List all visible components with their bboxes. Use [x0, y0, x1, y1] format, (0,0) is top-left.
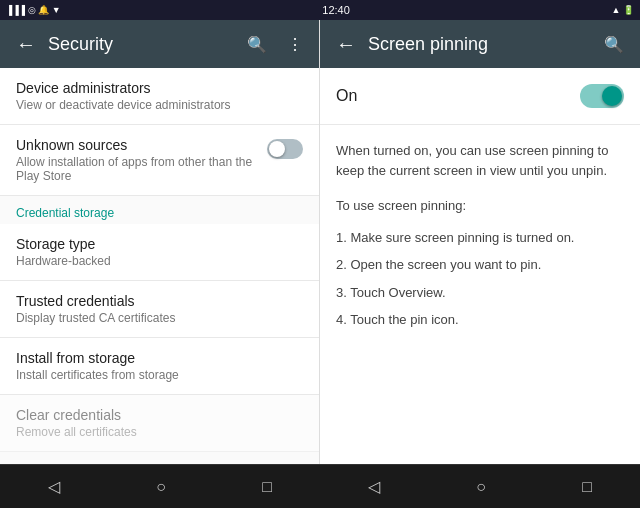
pin-on-label: On	[336, 87, 357, 105]
pin-description-text: When turned on, you can use screen pinni…	[336, 141, 624, 180]
settings-item-unknown-sources[interactable]: Unknown sources Allow installation of ap…	[0, 125, 319, 196]
install-storage-subtitle: Install certificates from storage	[16, 368, 303, 382]
pin-steps-title: To use screen pinning:	[336, 196, 624, 216]
clear-credentials-subtitle: Remove all certificates	[16, 425, 303, 439]
status-bar: ▐▐▐ ◎ 🔔 ▼ 12:40 ▲ 🔋	[0, 0, 640, 20]
pin-step-4: 4. Touch the pin icon.	[336, 310, 624, 330]
right-title: Screen pinning	[368, 34, 596, 55]
status-time: 12:40	[322, 4, 350, 16]
left-search-button[interactable]: 🔍	[239, 27, 275, 62]
unknown-sources-subtitle: Allow installation of apps from other th…	[16, 155, 259, 183]
unknown-sources-toggle[interactable]	[267, 139, 303, 159]
left-toolbar-actions: 🔍 ⋮	[239, 27, 311, 62]
pin-step-3: 3. Touch Overview.	[336, 283, 624, 303]
right-search-button[interactable]: 🔍	[596, 27, 632, 62]
trusted-credentials-subtitle: Display trusted CA certificates	[16, 311, 303, 325]
settings-scroll: Device administrators View or deactivate…	[0, 68, 319, 464]
right-back-nav[interactable]: ◁	[348, 469, 400, 504]
pin-toggle-row: On	[320, 68, 640, 125]
wifi-status-icon: ▲ 🔋	[612, 5, 634, 15]
left-more-button[interactable]: ⋮	[279, 27, 311, 62]
left-panel: ← Security 🔍 ⋮ Device administrators Vie…	[0, 20, 320, 464]
settings-item-clear-credentials: Clear credentials Remove all certificate…	[0, 395, 319, 452]
right-nav-bar: ◁ ○ □	[320, 464, 640, 508]
pin-toggle-switch[interactable]	[580, 84, 624, 108]
credential-storage-header: Credential storage	[0, 196, 319, 224]
status-bar-right: ▲ 🔋	[612, 5, 634, 15]
settings-item-trusted-credentials[interactable]: Trusted credentials Display trusted CA c…	[0, 281, 319, 338]
right-toolbar: ← Screen pinning 🔍	[320, 20, 640, 68]
left-nav-bar: ◁ ○ □	[0, 464, 320, 508]
left-title: Security	[48, 34, 239, 55]
left-home-nav[interactable]: ○	[136, 470, 186, 504]
left-back-nav[interactable]: ◁	[28, 469, 80, 504]
storage-type-title: Storage type	[16, 236, 303, 252]
unknown-sources-track	[267, 139, 303, 159]
pin-description-block: When turned on, you can use screen pinni…	[320, 125, 640, 354]
left-back-button[interactable]: ←	[8, 25, 44, 64]
unknown-sources-thumb	[269, 141, 285, 157]
device-admins-subtitle: View or deactivate device administrators	[16, 98, 303, 112]
right-panel: ← Screen pinning 🔍 On When turned on, yo…	[320, 20, 640, 464]
clear-credentials-title: Clear credentials	[16, 407, 303, 423]
storage-type-subtitle: Hardware-backed	[16, 254, 303, 268]
pin-step-2: 2. Open the screen you want to pin.	[336, 255, 624, 275]
nav-bar-container: ◁ ○ □ ◁ ○ □	[0, 464, 640, 508]
screen-pinning-content: On When turned on, you can use screen pi…	[320, 68, 640, 464]
settings-item-install-storage[interactable]: Install from storage Install certificate…	[0, 338, 319, 395]
advanced-header: Advanced	[0, 452, 319, 464]
trusted-credentials-title: Trusted credentials	[16, 293, 303, 309]
pin-step-1: 1. Make sure screen pinning is turned on…	[336, 228, 624, 248]
unknown-sources-title: Unknown sources	[16, 137, 259, 153]
status-bar-left: ▐▐▐ ◎ 🔔 ▼	[6, 5, 61, 15]
pin-toggle-thumb	[602, 86, 622, 106]
signal-icons: ▐▐▐ ◎ 🔔 ▼	[6, 5, 61, 15]
settings-item-device-admins[interactable]: Device administrators View or deactivate…	[0, 68, 319, 125]
settings-item-storage-type[interactable]: Storage type Hardware-backed	[0, 224, 319, 281]
left-toolbar: ← Security 🔍 ⋮	[0, 20, 319, 68]
install-storage-title: Install from storage	[16, 350, 303, 366]
unknown-sources-content: Unknown sources Allow installation of ap…	[16, 137, 267, 183]
right-recent-nav[interactable]: □	[562, 470, 612, 504]
right-back-button[interactable]: ←	[328, 25, 364, 64]
device-admins-title: Device administrators	[16, 80, 303, 96]
left-recent-nav[interactable]: □	[242, 470, 292, 504]
right-home-nav[interactable]: ○	[456, 470, 506, 504]
